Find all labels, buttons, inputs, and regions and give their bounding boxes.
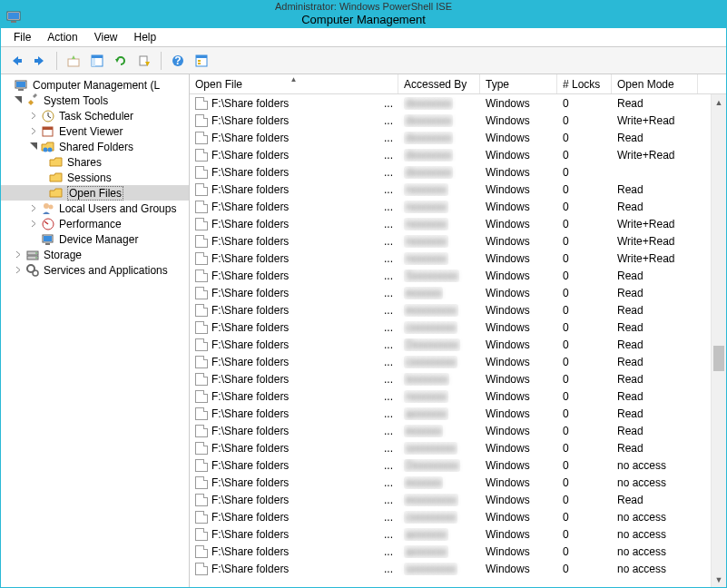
table-row[interactable]: F:\Share folders...nxxxxxxxWindows0Read [190,387,726,405]
cell-open-file: F:\Share folders... [190,407,398,420]
collapse-icon[interactable] [14,95,24,105]
table-row[interactable]: F:\Share folders...nxxxxxxxWindows0Read [190,181,726,198]
collapse-icon[interactable] [29,142,39,152]
table-row[interactable]: F:\Share folders...axxxxxxxWindows0no ac… [190,525,726,543]
column-locks[interactable]: # Locks [557,74,612,93]
navigation-tree[interactable]: Computer Management (L System Tools Task… [1,74,190,587]
scrollbar-track[interactable] [712,110,726,572]
device-manager-icon [41,232,55,247]
scroll-up-icon[interactable]: ▲ [712,94,726,110]
table-row[interactable]: F:\Share folders...cxxxxxxxxxWindows0Rea… [190,353,726,370]
table-row[interactable]: F:\Share folders...DxxxxxxxxxWindows0Rea… [190,336,726,353]
cell-open-mode: Read [612,304,698,317]
table-row[interactable]: F:\Share folders...exxxxxxWindows0no acc… [190,474,726,491]
expand-icon[interactable] [29,111,39,121]
help-button[interactable]: ? [168,51,188,71]
table-row[interactable]: F:\Share folders...dxxxxxxxxWindows0 [190,163,726,181]
expand-icon[interactable] [29,219,39,229]
table-row[interactable]: F:\Share folders...sxxxxxxxxxWindows0no … [190,560,726,577]
cell-locks: 0 [557,270,612,282]
table-row[interactable]: F:\Share folders...exxxxxxWindows0Read [190,284,726,301]
tree-event-viewer[interactable]: Event Viewer [1,123,189,139]
table-row[interactable]: F:\Share folders...ixxxxxxxxWindows0Read [190,370,726,387]
expand-icon[interactable] [29,126,39,136]
refresh-button[interactable] [111,51,131,71]
cell-open-mode: Write+Read [612,114,698,127]
tree-performance[interactable]: Performance [1,216,189,231]
table-row[interactable]: F:\Share folders...axxxxxxxWindows0Read [190,405,726,422]
toolbar-separator [56,52,57,70]
table-row[interactable]: F:\Share folders...cxxxxxxxxxWindows0Rea… [190,318,726,336]
file-icon [195,183,208,196]
table-row[interactable]: F:\Share folders...sxxxxxxxxxWindows0Rea… [190,439,726,456]
forward-button[interactable] [30,51,50,71]
export-list-button[interactable] [134,51,154,71]
user-redacted: nxxxxxxx [404,218,448,230]
expand-icon[interactable] [3,80,13,90]
ellipsis: ... [384,338,393,351]
tree-system-tools[interactable]: System Tools [1,93,189,108]
table-row[interactable]: F:\Share folders...SxxxxxxxxxWindows0Rea… [190,267,726,284]
cell-open-file: F:\Share folders... [190,97,398,110]
file-icon [195,459,208,472]
table-row[interactable]: F:\Share folders...nxxxxxxxWindows0Read [190,198,726,215]
back-button[interactable] [6,51,26,71]
menu-file[interactable]: File [6,29,38,45]
column-type[interactable]: Type [480,74,557,93]
table-row[interactable]: F:\Share folders...exxxxxxxxxWindows0Rea… [190,491,726,508]
user-redacted: exxxxxxxxx [404,304,458,317]
table-row[interactable]: F:\Share folders...dxxxxxxxxWindows0Writ… [190,112,726,129]
menu-action[interactable]: Action [40,29,84,45]
expand-icon[interactable] [14,265,24,275]
column-open-file[interactable]: Open File [190,74,398,93]
table-row[interactable]: F:\Share folders...axxxxxxxWindows0no ac… [190,543,726,560]
cell-open-file: F:\Share folders... [190,149,398,162]
tree-open-files[interactable]: Open Files [1,185,189,201]
cell-locks: 0 [557,511,612,524]
file-path: F:\Share folders [211,201,289,213]
tree-shares[interactable]: Shares [1,154,189,170]
table-row[interactable]: F:\Share folders...nxxxxxxxWindows0Write… [190,250,726,267]
expand-icon[interactable] [14,250,24,260]
tree-storage[interactable]: Storage [1,247,189,262]
up-level-button[interactable] [64,51,84,71]
tree-root[interactable]: Computer Management (L [1,77,189,93]
ellipsis: ... [384,476,393,489]
cell-type: Windows [480,511,557,524]
menu-help[interactable]: Help [127,29,164,45]
table-row[interactable]: F:\Share folders...cxxxxxxxxxWindows0no … [190,508,726,525]
expand-icon[interactable] [29,203,39,213]
cell-locks: 0 [557,476,612,489]
table-row[interactable]: F:\Share folders...nxxxxxxxWindows0Write… [190,215,726,232]
ellipsis: ... [384,494,393,506]
cell-type: Windows [480,183,557,196]
table-row[interactable]: F:\Share folders...dxxxxxxxxWindows0Writ… [190,146,726,163]
scroll-down-icon[interactable]: ▼ [712,572,726,587]
scrollbar-thumb[interactable] [713,346,724,371]
file-path: F:\Share folders [211,321,289,334]
table-row[interactable]: F:\Share folders...dxxxxxxxxWindows0Read [190,129,726,146]
cell-open-mode: no access [612,511,698,524]
svg-point-33 [33,270,38,276]
tree-device-manager[interactable]: Device Manager [1,231,189,247]
column-open-mode[interactable]: Open Mode [612,74,698,93]
cell-open-file: F:\Share folders... [190,338,398,351]
table-row[interactable]: F:\Share folders...dxxxxxxxxWindows0Read [190,94,726,112]
cell-open-mode: no access [612,459,698,472]
show-hide-tree-button[interactable] [87,51,107,71]
table-row[interactable]: F:\Share folders...DxxxxxxxxxWindows0no … [190,456,726,474]
tree-services-apps[interactable]: Services and Applications [1,262,189,278]
table-row[interactable]: F:\Share folders...exxxxxxWindows0Read [190,422,726,439]
menu-view[interactable]: View [87,29,125,45]
table-row[interactable]: F:\Share folders...nxxxxxxxWindows0Write… [190,232,726,250]
tree-task-scheduler[interactable]: Task Scheduler [1,108,189,123]
column-accessed-by[interactable]: Accessed By [398,74,480,93]
vertical-scrollbar[interactable]: ▲ ▼ [711,94,726,587]
properties-button[interactable] [192,51,211,71]
cell-locks: 0 [557,235,612,248]
ellipsis: ... [384,442,393,455]
tree-sessions[interactable]: Sessions [1,170,189,185]
table-row[interactable]: F:\Share folders...exxxxxxxxxWindows0Rea… [190,301,726,318]
tree-shared-folders[interactable]: Shared Folders [1,139,189,154]
tree-local-users[interactable]: Local Users and Groups [1,201,189,216]
